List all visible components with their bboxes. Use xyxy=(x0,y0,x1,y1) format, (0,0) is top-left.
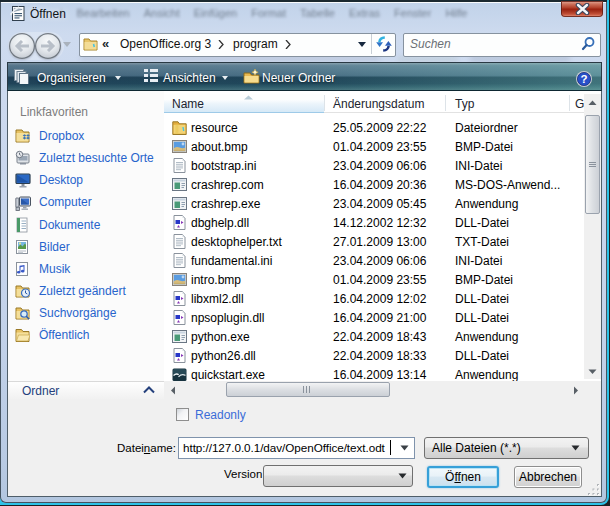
svg-text:?: ? xyxy=(580,73,587,85)
